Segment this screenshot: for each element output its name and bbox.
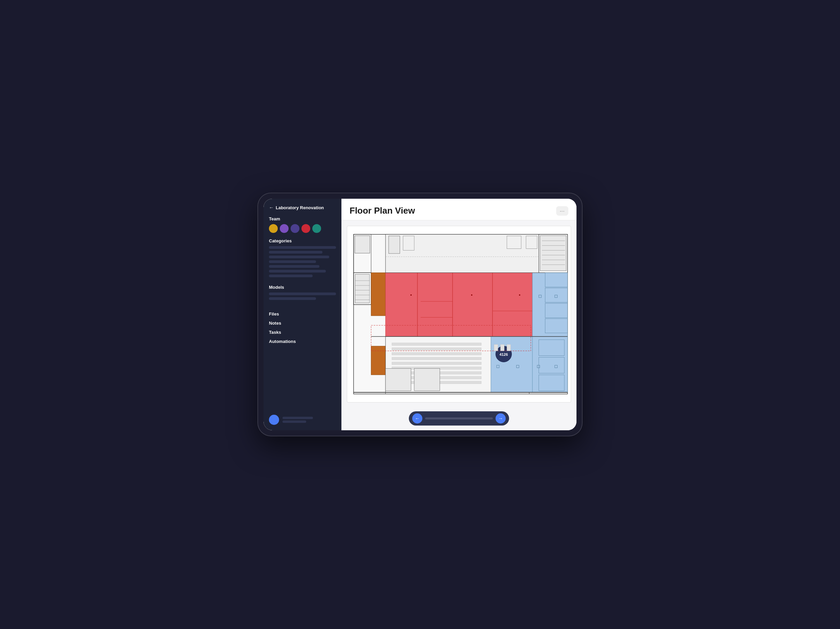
svg-rect-27 — [385, 234, 539, 273]
more-options-button[interactable]: ··· — [556, 206, 568, 216]
models-list — [269, 293, 336, 302]
team-member-1[interactable] — [269, 224, 278, 233]
page-title: Floor Plan View — [349, 205, 415, 216]
team-avatars — [269, 224, 336, 233]
floor-plan-svg: 4126 — [347, 226, 571, 402]
main-header: Floor Plan View ··· — [341, 199, 576, 221]
floor-plan-canvas[interactable]: 4126 — [347, 226, 571, 402]
app-container: ← Laboratory Renovation Team Categories — [264, 199, 576, 430]
back-button[interactable]: ← Laboratory Renovation — [269, 205, 336, 210]
nav-next-button[interactable]: → — [496, 413, 506, 424]
categories-list — [269, 246, 336, 279]
svg-rect-36 — [392, 343, 481, 346]
nav-prev-button[interactable]: ← — [412, 413, 422, 424]
left-arrow-icon: ← — [415, 416, 420, 421]
team-member-5[interactable] — [312, 224, 321, 233]
model-bar-1 — [269, 293, 336, 295]
sidebar-item-files[interactable]: Files — [269, 310, 336, 318]
category-bar-3 — [269, 255, 329, 258]
user-info — [283, 417, 313, 423]
category-bar-7 — [269, 274, 313, 277]
categories-section-title: Categories — [269, 238, 336, 243]
team-member-4[interactable] — [302, 224, 310, 233]
svg-rect-9 — [355, 236, 370, 253]
svg-rect-37 — [392, 348, 481, 350]
svg-rect-48 — [532, 336, 568, 393]
svg-point-68 — [519, 295, 520, 296]
svg-rect-3 — [355, 274, 369, 303]
right-arrow-icon: → — [498, 416, 503, 421]
svg-rect-70 — [501, 345, 504, 351]
svg-rect-45 — [385, 368, 411, 391]
category-bar-1 — [269, 246, 336, 249]
team-member-2[interactable] — [280, 224, 289, 233]
floor-plan-area: 4126 — [341, 221, 576, 408]
category-bar-2 — [269, 251, 322, 254]
svg-rect-46 — [414, 368, 440, 391]
svg-rect-71 — [507, 345, 510, 351]
svg-rect-10 — [371, 273, 385, 315]
user-avatar[interactable] — [269, 415, 279, 425]
svg-rect-38 — [392, 352, 481, 355]
category-bar-6 — [269, 270, 326, 273]
svg-text:4126: 4126 — [499, 352, 508, 356]
user-name-bar — [283, 417, 313, 419]
category-bar-4 — [269, 260, 316, 263]
sidebar-item-notes[interactable]: Notes — [269, 319, 336, 327]
model-bar-2 — [269, 297, 316, 300]
sidebar-item-tasks[interactable]: Tasks — [269, 328, 336, 336]
nav-progress-bar — [425, 418, 493, 419]
category-bar-5 — [269, 265, 319, 268]
svg-rect-18 — [532, 273, 568, 336]
sidebar: ← Laboratory Renovation Team Categories — [264, 199, 341, 430]
team-member-3[interactable] — [291, 224, 299, 233]
user-role-bar — [283, 421, 306, 423]
models-section-title: Models — [269, 285, 336, 290]
svg-rect-11 — [385, 273, 545, 336]
team-section-title: Team — [269, 216, 336, 221]
svg-rect-20 — [540, 236, 566, 271]
svg-rect-39 — [392, 357, 481, 360]
bottom-nav: ← → — [341, 408, 576, 430]
nav-pill: ← → — [409, 411, 509, 426]
svg-point-66 — [411, 295, 412, 296]
main-content: Floor Plan View ··· — [341, 199, 576, 430]
svg-point-67 — [471, 295, 472, 296]
svg-rect-40 — [392, 362, 481, 364]
sidebar-nav: Files Notes Tasks Automations — [269, 310, 336, 345]
project-name: Laboratory Renovation — [276, 205, 324, 210]
device-frame: ← Laboratory Renovation Team Categories — [257, 192, 583, 437]
sidebar-bottom — [269, 415, 336, 425]
back-arrow-icon: ← — [269, 205, 274, 210]
svg-rect-69 — [494, 345, 498, 351]
sidebar-item-automations[interactable]: Automations — [269, 337, 336, 345]
svg-rect-28 — [389, 236, 400, 254]
